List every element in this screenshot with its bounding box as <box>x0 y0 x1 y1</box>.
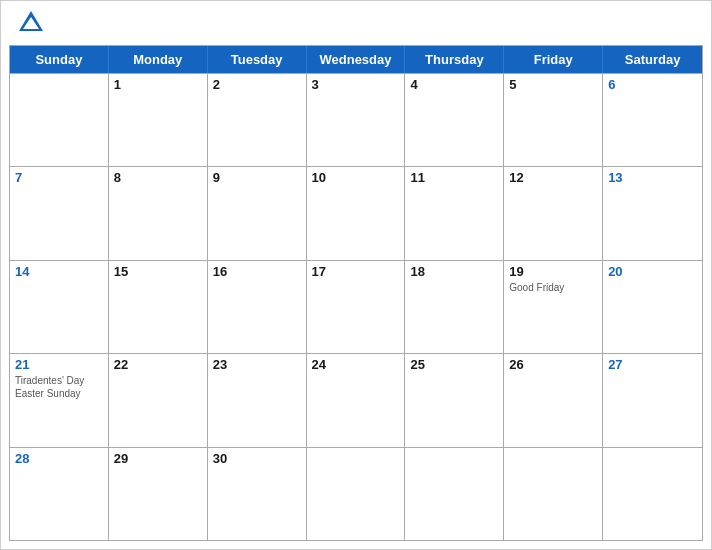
cell-number: 5 <box>509 77 597 92</box>
cell-0-5: 5 <box>504 74 603 166</box>
cell-number: 2 <box>213 77 301 92</box>
cell-1-1: 8 <box>109 167 208 259</box>
cell-4-2: 30 <box>208 448 307 540</box>
cell-2-6: 20 <box>603 261 702 353</box>
cell-number: 24 <box>312 357 400 372</box>
cell-number: 16 <box>213 264 301 279</box>
cell-number: 28 <box>15 451 103 466</box>
cell-3-3: 24 <box>307 354 406 446</box>
cell-4-6 <box>603 448 702 540</box>
week-row-3: 141516171819Good Friday20 <box>10 260 702 353</box>
cell-3-5: 26 <box>504 354 603 446</box>
cell-number: 8 <box>114 170 202 185</box>
cell-number: 1 <box>114 77 202 92</box>
cell-4-4 <box>405 448 504 540</box>
cell-number: 23 <box>213 357 301 372</box>
cell-0-4: 4 <box>405 74 504 166</box>
cell-holiday: Tiradentes' DayEaster Sunday <box>15 374 103 400</box>
cell-3-6: 27 <box>603 354 702 446</box>
cell-1-0: 7 <box>10 167 109 259</box>
cell-4-5 <box>504 448 603 540</box>
header-tuesday: Tuesday <box>208 46 307 73</box>
cell-2-0: 14 <box>10 261 109 353</box>
header-saturday: Saturday <box>603 46 702 73</box>
cell-3-0: 21Tiradentes' DayEaster Sunday <box>10 354 109 446</box>
cell-4-3 <box>307 448 406 540</box>
cell-number: 6 <box>608 77 697 92</box>
cell-1-5: 12 <box>504 167 603 259</box>
cell-4-0: 28 <box>10 448 109 540</box>
header-friday: Friday <box>504 46 603 73</box>
cell-0-3: 3 <box>307 74 406 166</box>
week-row-4: 21Tiradentes' DayEaster Sunday2223242526… <box>10 353 702 446</box>
cell-number: 21 <box>15 357 103 372</box>
cell-0-1: 1 <box>109 74 208 166</box>
header-sunday: Sunday <box>10 46 109 73</box>
cell-number: 22 <box>114 357 202 372</box>
cell-number: 26 <box>509 357 597 372</box>
calendar-page: Sunday Monday Tuesday Wednesday Thursday… <box>0 0 712 550</box>
cell-number: 30 <box>213 451 301 466</box>
cell-2-5: 19Good Friday <box>504 261 603 353</box>
cell-number: 13 <box>608 170 697 185</box>
cell-number: 11 <box>410 170 498 185</box>
calendar: Sunday Monday Tuesday Wednesday Thursday… <box>9 45 703 541</box>
cell-3-4: 25 <box>405 354 504 446</box>
cell-number: 20 <box>608 264 697 279</box>
cell-2-1: 15 <box>109 261 208 353</box>
week-row-2: 78910111213 <box>10 166 702 259</box>
cell-number: 29 <box>114 451 202 466</box>
week-row-1: 123456 <box>10 73 702 166</box>
cell-number: 25 <box>410 357 498 372</box>
cell-number: 4 <box>410 77 498 92</box>
cell-number: 12 <box>509 170 597 185</box>
cell-2-3: 17 <box>307 261 406 353</box>
cell-1-3: 10 <box>307 167 406 259</box>
cell-3-1: 22 <box>109 354 208 446</box>
cell-number: 27 <box>608 357 697 372</box>
cell-0-2: 2 <box>208 74 307 166</box>
cell-2-2: 16 <box>208 261 307 353</box>
cell-1-4: 11 <box>405 167 504 259</box>
calendar-grid: 12345678910111213141516171819Good Friday… <box>10 73 702 540</box>
cell-number: 7 <box>15 170 103 185</box>
cell-number: 14 <box>15 264 103 279</box>
cell-holiday: Good Friday <box>509 281 597 294</box>
cell-number: 19 <box>509 264 597 279</box>
cell-number: 18 <box>410 264 498 279</box>
cell-2-4: 18 <box>405 261 504 353</box>
cell-1-6: 13 <box>603 167 702 259</box>
logo <box>17 9 49 37</box>
cell-0-6: 6 <box>603 74 702 166</box>
cell-1-2: 9 <box>208 167 307 259</box>
header-wednesday: Wednesday <box>307 46 406 73</box>
logo-icon <box>17 9 45 37</box>
header <box>1 1 711 45</box>
cell-0-0 <box>10 74 109 166</box>
cell-number: 9 <box>213 170 301 185</box>
header-thursday: Thursday <box>405 46 504 73</box>
cell-number: 15 <box>114 264 202 279</box>
week-row-5: 282930 <box>10 447 702 540</box>
header-monday: Monday <box>109 46 208 73</box>
cell-number: 17 <box>312 264 400 279</box>
cell-number: 10 <box>312 170 400 185</box>
cell-number: 3 <box>312 77 400 92</box>
day-headers: Sunday Monday Tuesday Wednesday Thursday… <box>10 46 702 73</box>
cell-4-1: 29 <box>109 448 208 540</box>
cell-3-2: 23 <box>208 354 307 446</box>
